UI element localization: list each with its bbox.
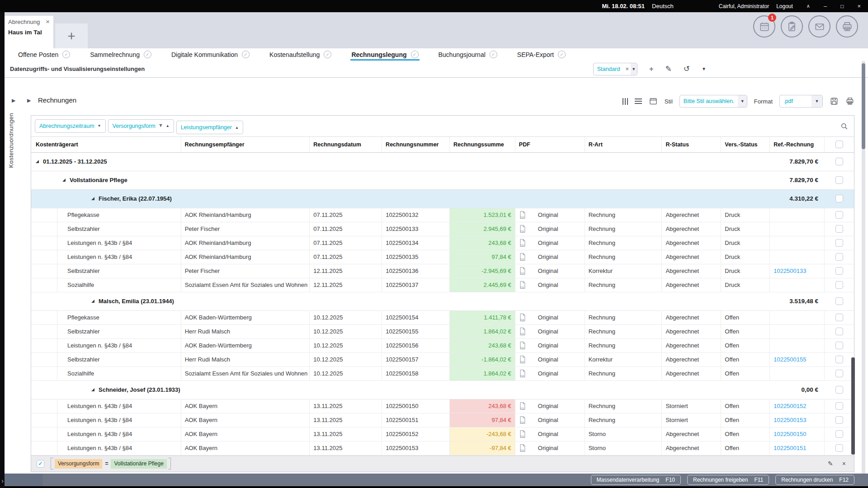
report-style-icon[interactable] xyxy=(649,97,658,106)
table-row[interactable]: Sozialhilfe Sozialamt Essen Amt für Sozi… xyxy=(31,278,854,292)
group-checkbox[interactable] xyxy=(835,158,843,165)
print-grid-icon[interactable] xyxy=(845,97,854,106)
ref-invoice-link[interactable]: 1022500151 xyxy=(774,445,806,451)
close-window-icon[interactable]: × xyxy=(857,3,861,9)
nav-tab[interactable]: Rechnungslegung ✓ xyxy=(351,48,418,61)
pdf-file-icon[interactable]: PDF xyxy=(519,253,526,261)
table-row[interactable]: Leistungen n. §43b / §84 AOK Rheinland/H… xyxy=(31,250,854,264)
chevron-down-icon[interactable]: ▼ xyxy=(631,63,637,75)
pdf-file-icon[interactable]: PDF xyxy=(519,416,526,424)
preset-menu-icon[interactable]: ▼ xyxy=(702,66,706,71)
col-pdf[interactable]: PDF xyxy=(515,137,585,152)
row-checkbox[interactable] xyxy=(835,356,843,363)
pdf-file-icon[interactable]: PDF xyxy=(519,239,526,247)
table-row[interactable]: Pflegekasse AOK Rheinland/Hamburg 07.11.… xyxy=(31,208,854,222)
col-rechnungsdatum[interactable]: Rechnungsdatum xyxy=(310,137,382,152)
calendar-button[interactable]: 1 xyxy=(753,15,775,38)
pdf-file-icon[interactable]: PDF xyxy=(519,341,526,350)
footer-action-button[interactable]: Rechnungen freigeben F11 xyxy=(687,475,769,485)
close-tab-icon[interactable]: × xyxy=(46,19,50,24)
ref-invoice-link[interactable]: 1022500155 xyxy=(774,356,806,363)
reset-preset-icon[interactable]: ↺ xyxy=(684,65,690,73)
row-checkbox[interactable] xyxy=(835,342,843,349)
group-row[interactable]: Schneider, Josef (23.01.1933) 0,00 € xyxy=(31,381,854,399)
row-checkbox[interactable] xyxy=(835,416,843,424)
row-checkbox[interactable] xyxy=(835,225,843,233)
search-icon[interactable] xyxy=(840,122,849,131)
pdf-file-icon[interactable]: PDF xyxy=(519,355,526,364)
minimize-icon[interactable]: – xyxy=(824,3,827,9)
clear-preset-icon[interactable]: × xyxy=(623,66,631,72)
format-combobox[interactable]: .pdf ▼ xyxy=(779,95,823,108)
footer-action-button[interactable]: Massendatenverarbeitung F10 xyxy=(591,475,681,485)
table-row[interactable]: Leistungen n. §43b / §84 AOK Bayern 13.1… xyxy=(31,413,854,427)
group-row[interactable]: Vollstationäre Pflege 7.829,70 € xyxy=(31,171,854,190)
row-checkbox[interactable] xyxy=(835,267,843,275)
footer-action-button[interactable]: Rechnungen drucken F12 xyxy=(775,475,854,485)
pdf-file-icon[interactable]: PDF xyxy=(519,402,526,410)
clear-filter-icon[interactable]: × xyxy=(842,460,846,467)
tab-abrechnung[interactable]: Abrechnung × Haus im Tal xyxy=(5,16,53,48)
table-row[interactable]: Leistungen n. §43b / §84 AOK Baden-Württ… xyxy=(31,339,854,353)
add-tab-button[interactable]: + xyxy=(55,23,88,48)
nav-tab[interactable]: Kostenaufstellung ✓ xyxy=(269,48,331,61)
table-row[interactable]: Sozialhilfe Sozialamt Essen Amt für Sozi… xyxy=(31,367,854,381)
col-ref-rechnung[interactable]: Ref.-Rechnung xyxy=(770,137,825,152)
group-chip-leistungsempfaenger[interactable]: Leistungsempfänger ▲ xyxy=(176,121,243,134)
collapse-triangle-icon[interactable] xyxy=(91,300,94,303)
kostenzuordnungen-label[interactable]: Kostenzuordnungen xyxy=(8,113,14,168)
group-chip-abrechnungszeitraum[interactable]: Abrechnungszeitraum ▼ xyxy=(35,119,106,133)
row-checkbox[interactable] xyxy=(835,281,843,289)
save-export-icon[interactable] xyxy=(830,97,839,106)
nav-tab[interactable]: Digitale Kommunikation ✓ xyxy=(171,48,250,61)
col-r-status[interactable]: R-Status xyxy=(662,137,721,152)
table-row[interactable]: Selbstzahler Herr Rudi Malsch 10.12.2025… xyxy=(31,325,854,339)
table-row[interactable]: Pflegekasse AOK Baden-Württemberg 10.12.… xyxy=(31,311,854,325)
filter-value-chip[interactable]: Vollstationäre Pflege xyxy=(111,459,166,469)
row-checkbox[interactable] xyxy=(835,402,843,410)
pdf-file-icon[interactable]: PDF xyxy=(519,327,526,336)
ref-invoice-link[interactable]: 1022500150 xyxy=(774,431,806,437)
collapse-triangle-icon[interactable] xyxy=(36,160,39,163)
table-row[interactable]: Leistungen n. §43b / §84 AOK Rheinland/H… xyxy=(31,236,854,250)
pdf-file-icon[interactable]: PDF xyxy=(519,281,526,289)
ref-invoice-link[interactable]: 1022500152 xyxy=(774,403,806,409)
table-row[interactable]: Selbstzahler Peter Fischer 07.11.2025 10… xyxy=(31,222,854,236)
row-checkbox[interactable] xyxy=(835,314,843,321)
row-layout-icon[interactable] xyxy=(635,99,642,104)
pdf-file-icon[interactable]: PDF xyxy=(519,211,526,219)
pdf-file-icon[interactable]: PDF xyxy=(519,313,526,322)
pdf-file-icon[interactable]: PDF xyxy=(519,369,526,378)
col-rechnungssumme[interactable]: Rechnungssumme xyxy=(450,137,515,152)
group-checkbox[interactable] xyxy=(835,386,843,394)
select-all-checkbox[interactable] xyxy=(835,141,843,148)
logout-button[interactable]: Logout xyxy=(776,3,793,9)
collapse-triangle-icon[interactable] xyxy=(91,197,94,200)
group-chip-versorgungsform[interactable]: Versorgungsform ▲ xyxy=(108,119,174,133)
tasks-button[interactable] xyxy=(781,15,803,38)
pdf-file-icon[interactable]: PDF xyxy=(519,225,526,233)
table-row[interactable]: Selbstzahler Herr Rudi Malsch 10.12.2025… xyxy=(31,353,854,367)
ref-invoice-link[interactable]: 1022500153 xyxy=(774,417,806,423)
stil-combobox[interactable]: Bitte Stil auswählen. ▼ xyxy=(679,95,747,108)
nav-tab[interactable]: SEPA-Export ✓ xyxy=(517,48,566,61)
row-checkbox[interactable] xyxy=(835,239,843,247)
pdf-file-icon[interactable]: PDF xyxy=(519,444,526,452)
maximize-icon[interactable]: □ xyxy=(840,4,844,9)
col-rechnungsempfaenger[interactable]: Rechnungsempfänger xyxy=(181,137,310,152)
table-scrollbar-thumb[interactable] xyxy=(851,357,855,455)
col-kostentraegerart[interactable]: Kostenträgerart xyxy=(31,137,181,152)
col-vers-status[interactable]: Vers.-Status xyxy=(721,137,770,152)
table-row[interactable]: Leistungen n. §43b / §84 AOK Bayern 13.1… xyxy=(31,441,854,455)
rechnungen-expander-icon[interactable]: ▶ xyxy=(27,98,31,103)
filter-operator[interactable]: = xyxy=(105,460,108,467)
group-row[interactable]: Fischer, Erika (22.07.1954) 4.310,22 € xyxy=(31,190,854,208)
column-chooser-icon[interactable] xyxy=(623,98,628,105)
collapse-triangle-icon[interactable] xyxy=(62,178,66,182)
messages-button[interactable] xyxy=(808,15,830,38)
collapse-triangle-icon[interactable] xyxy=(91,388,94,391)
row-checkbox[interactable] xyxy=(835,370,843,377)
chevron-down-icon[interactable]: ▼ xyxy=(811,95,822,107)
table-row[interactable]: Leistungen n. §43b / §84 AOK Bayern 13.1… xyxy=(31,399,854,413)
preset-combobox[interactable]: Standard × ▼ xyxy=(593,63,637,75)
